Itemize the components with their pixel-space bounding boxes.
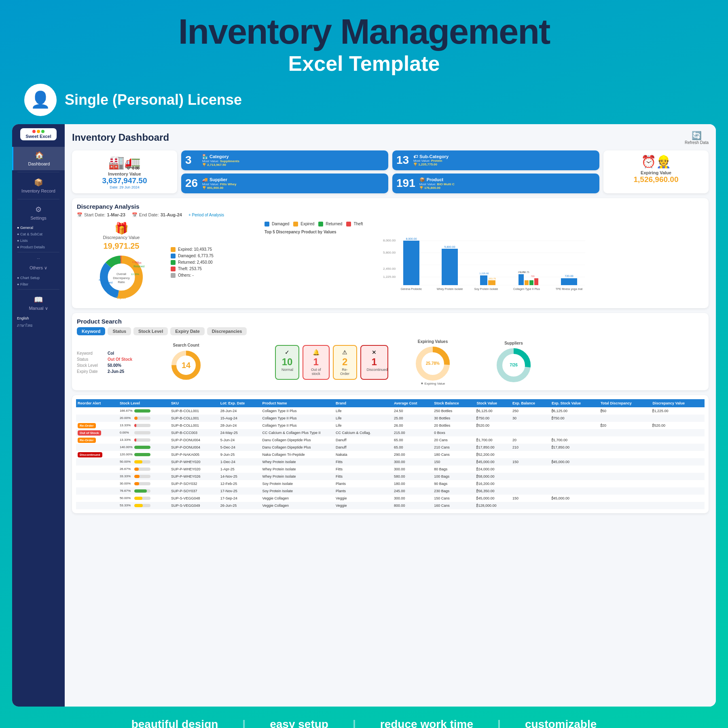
sidebar-sub-lists[interactable]: ● Lists [12,237,65,244]
svg-text:253.75: 253.75 [489,277,496,280]
cell-avg-cost: 300.00 [392,495,432,502]
svg-rect-37 [529,280,533,285]
footer-item-1: beautiful design [131,718,218,728]
svg-text:Damaged: Damaged [101,281,113,284]
cell-stock-level: 50.00% [118,495,169,502]
cell-sku: SUP-P-DONU004 [169,444,219,451]
sidebar-sub-catsubcat[interactable]: ● Cat & SubCat [12,231,65,237]
sidebar-sub-chartsetup[interactable]: ● Chart Setup [12,275,65,281]
cell-disc-value [651,473,705,480]
sidebar-sub-english[interactable]: English [12,315,65,322]
cell-lot-date: 1-Dec-24 [219,458,261,466]
cell-stock-value: ₿750.00 [475,415,511,422]
cell-lot-date: 5-Dec-24 [219,444,261,451]
cell-sku: SUP-B-COLL001 [169,407,219,415]
cell-exp-stock-value: ₿750.00 [550,415,599,422]
status-discontinued-card: ✕ 1 Discontinued [360,345,388,380]
status-normal-card: ✓ 10 Normal [275,345,299,380]
col-avg-cost: Average Cost [392,399,432,407]
cell-disc-value [651,480,705,487]
search-stocklevel-row: Stock Level 50.00% [77,363,150,368]
tab-stock-level[interactable]: Stock Level [133,327,168,335]
svg-text:1,225.00: 1,225.00 [383,275,396,279]
sidebar-sub-productdetails[interactable]: ● Product Details [12,244,65,250]
suppliers-donut-svg: 7/26 [495,347,532,383]
main-title: Inventory Management [8,12,720,51]
cell-alert [76,466,118,473]
cell-disc-value: ₿520.00 [651,422,705,429]
search-expirydate-row: Expiry Date 2-Jun-25 [77,369,150,374]
cell-product-name: Danu Collagen Dipeptide Plus [261,436,334,444]
sidebar-sub-filter[interactable]: ● Filter [12,281,65,288]
sidebar-item-others[interactable]: Others ∨ [12,261,65,275]
col-brand: Brand [334,399,392,407]
suppliers-title: Suppliers [504,341,523,345]
inventory-icon: 📦 [34,178,43,187]
cell-stock-value: ₿56,350.00 [475,487,511,495]
footer: beautiful design | easy setup | reduce w… [0,711,728,728]
expiring-donut-area: Expiring Values 25.78% ▼ Expiring Value [392,339,473,385]
cell-brand: Plants [334,487,392,495]
col-reorder-alert: Reorder Alert [76,399,118,407]
cell-total-disc [599,429,651,436]
sidebar-logo: Sweet Excel [20,128,57,140]
product-most: Most Value: BIO Multi C [419,182,455,186]
cell-avg-cost: 300.00 [392,466,432,473]
cell-brand: Fitts [334,473,392,480]
discrepancy-donut-area: 🎁 Discrepancy Value 19,971.25 Overall Di… [77,222,166,303]
cell-sku: SUP-B-COLL001 [169,415,219,422]
cell-stock-value: ₿52,200.00 [475,451,511,458]
sidebar-sub-thai[interactable]: ภาษาไทย [12,322,65,330]
svg-text:720: 720 [531,275,534,277]
cell-brand: Danuff [334,436,392,444]
reorder-icon: ⚠ [339,349,351,356]
cell-lot-date: 9-Jun-25 [219,451,261,458]
start-date-badge: 📅 Start Date: 1-Mar-23 [77,212,125,218]
period-link[interactable]: + Period of Analysis [188,213,224,217]
cell-product-name: Whey Protein Isolate [261,473,334,480]
oos-icon: 🔔 [309,349,323,356]
tab-discrepancies[interactable]: Discrepancies [207,327,247,335]
cell-lot-date: 14-Nov-25 [219,473,261,480]
tab-keyword[interactable]: Keyword [77,327,105,335]
tab-expiry-date[interactable]: Expiry Date [170,327,205,335]
cell-lot-date: 28-Jun-24 [219,407,261,415]
search-keyword-row: Keyword Col [77,351,150,356]
cell-lot-date: 28-Jun-24 [219,422,261,429]
cell-avg-cost: 245.00 [392,487,432,495]
cell-brand: Fitts [334,466,392,473]
bar-chart-legend: Damaged Expired Returned Theft [265,222,704,226]
svg-text:12.35%: 12.35% [131,273,140,275]
kpi-mid-grid: 3 🏪 Category Most Value: Suppliments 🏆 2… [181,150,388,193]
svg-text:Whey Protein Isolate: Whey Protein Isolate [437,288,463,291]
cell-total-disc [599,502,651,509]
sidebar-item-manual[interactable]: 📖 Manual ∨ [12,291,65,315]
sidebar-sub-general[interactable]: ● General [12,224,65,231]
tab-status[interactable]: Status [108,327,131,335]
cell-total-disc [599,466,651,473]
subcategory-most: Most Value: Protein [413,159,449,163]
sidebar-item-settings[interactable]: ⚙ Settings [12,201,65,224]
svg-rect-24 [403,241,419,285]
others-label: Others ∨ [30,265,47,271]
cell-alert: Out of Stock [76,429,118,436]
manual-icon: 📖 [34,295,43,304]
sidebar-item-dashboard[interactable]: 🏠 Dashboard [12,147,65,170]
inventory-value-card: 🏭🚛 Inventory Value 3,637,947.50 Date: 29… [72,150,177,193]
subcategory-card: 13 🏷 Sub-Category Most Value: Protein 🏆 … [392,150,599,170]
table-row: Re-Order 13.33% SUP-B-COLL001 28-Jun-24 … [76,422,705,429]
cell-sku: SUP-P-SOY037 [169,487,219,495]
cell-stock-level: 0.00% [118,429,169,436]
search-count-donut: 14 [170,349,202,381]
table-row: 30.00% SUP-P-SOY032 12-Feb-25 Soy Protei… [76,480,705,487]
dashboard-header: Inventory Dashboard 🔄 Refresh Data [72,131,709,145]
sidebar-item-inventory[interactable]: 📦 Inventory Record [12,174,65,197]
refresh-button[interactable]: 🔄 Refresh Data [685,131,709,145]
dashboard-area: Inventory Dashboard 🔄 Refresh Data 🏭🚛 In… [65,124,716,707]
svg-rect-27 [442,249,458,285]
cell-alert [76,415,118,422]
table-row: 33.33% SUP-P-WHEY026 14-Nov-25 Whey Prot… [76,473,705,480]
cell-exp-balance: 20 [511,436,550,444]
svg-text:Ratio: Ratio [118,280,125,284]
table-row: Out of Stock 0.00% SUP-B-CCC003 24-May-2… [76,429,705,436]
